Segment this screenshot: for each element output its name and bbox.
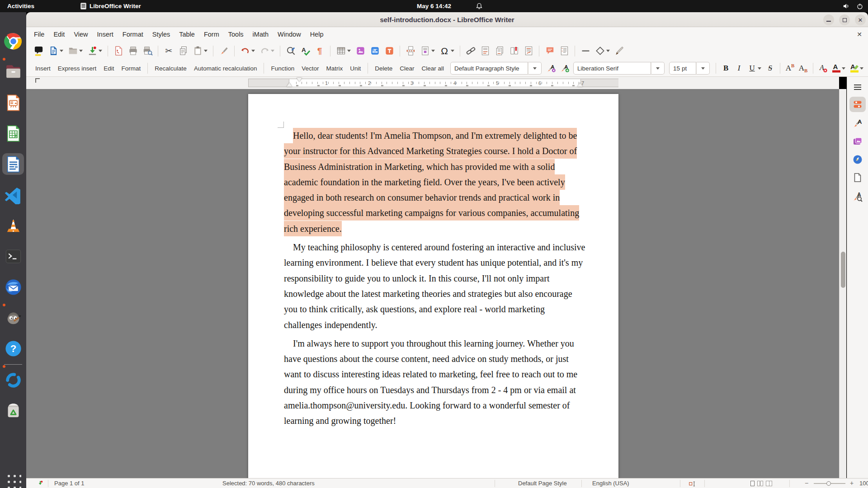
paste-dropdown[interactable]: [204, 50, 208, 52]
clear-formatting-icon[interactable]: A: [816, 62, 830, 75]
font-color-button[interactable]: A: [830, 62, 843, 75]
insert-cross-reference-icon[interactable]: [521, 44, 536, 58]
single-page-view-icon[interactable]: [750, 481, 755, 486]
dock-vscode[interactable]: [2, 184, 24, 206]
dock-thunderbird[interactable]: [2, 276, 24, 298]
dock-app-grid[interactable]: [5, 472, 21, 488]
paragraph[interactable]: I'm always here to support you throughou…: [284, 336, 584, 429]
menu-view[interactable]: View: [69, 29, 92, 40]
imath-unit-button[interactable]: Unit: [346, 63, 364, 74]
imath-format-button[interactable]: Format: [118, 63, 145, 74]
track-changes-icon[interactable]: [557, 44, 571, 58]
font-size-dropdown[interactable]: [696, 62, 710, 75]
imath-express-insert-button[interactable]: Express insert: [54, 63, 100, 74]
zoom-in-button[interactable]: +: [850, 479, 854, 487]
dock-vlc[interactable]: [2, 215, 24, 236]
menu-insert[interactable]: Insert: [93, 29, 118, 40]
export-pdf-icon[interactable]: [111, 44, 126, 58]
find-replace-icon[interactable]: [283, 44, 298, 58]
notification-bell-icon[interactable]: [476, 2, 483, 11]
menu-window[interactable]: Window: [273, 29, 306, 40]
draw-functions-icon[interactable]: [612, 44, 627, 58]
imath-delete-button[interactable]: Delete: [371, 63, 396, 74]
highlight-color-button[interactable]: A: [848, 62, 861, 75]
formatting-marks-icon[interactable]: ¶: [312, 44, 327, 58]
paragraph-style-combobox[interactable]: Default Paragraph Style: [450, 62, 528, 75]
new-style-icon[interactable]: A: [558, 61, 571, 75]
menu-table[interactable]: Table: [175, 29, 199, 40]
left-indent-marker[interactable]: [287, 83, 292, 87]
dock-terminal[interactable]: [2, 245, 24, 267]
dock-libreoffice-writer[interactable]: [2, 153, 24, 175]
insert-bookmark-icon[interactable]: [507, 44, 521, 58]
dock-libreoffice-calc[interactable]: [2, 122, 24, 144]
save-dropdown[interactable]: [99, 50, 102, 52]
print-preview-icon[interactable]: [140, 44, 155, 58]
imath-clear-all-button[interactable]: Clear all: [418, 63, 448, 74]
close-document-icon[interactable]: ✕: [854, 29, 864, 39]
insert-table-dropdown[interactable]: [347, 50, 351, 52]
save-icon[interactable]: [85, 44, 99, 58]
font-size-combobox[interactable]: 15 pt: [669, 62, 696, 75]
open-icon[interactable]: [66, 44, 80, 58]
menu-styles[interactable]: Styles: [148, 29, 175, 40]
zoom-slider[interactable]: [814, 483, 845, 484]
underline-button[interactable]: U: [745, 62, 759, 75]
insert-page-break-icon[interactable]: [403, 44, 418, 58]
insert-textbox-icon[interactable]: [382, 44, 396, 58]
imath-recalculate-button[interactable]: Recalculate: [151, 63, 190, 74]
insert-comment-icon[interactable]: [542, 44, 557, 58]
insert-chart-icon[interactable]: [368, 44, 382, 58]
imath-insert-button[interactable]: Insert: [32, 63, 54, 74]
cut-icon[interactable]: ✂: [161, 44, 176, 58]
minimize-button[interactable]: [823, 14, 834, 25]
clock-menu[interactable]: May 6 14:42: [417, 3, 451, 9]
new-document-icon[interactable]: [46, 44, 61, 58]
special-character-icon[interactable]: Ω: [437, 44, 452, 58]
multi-page-view-icon[interactable]: [757, 481, 763, 486]
tab-stop-selector[interactable]: [35, 78, 40, 83]
paste-icon[interactable]: [190, 44, 205, 58]
styles-icon[interactable]: A: [849, 116, 866, 131]
maximize-button[interactable]: [839, 14, 850, 25]
redo-icon[interactable]: [257, 44, 272, 58]
language-field[interactable]: English (USA): [592, 479, 629, 488]
redo-dropdown[interactable]: [271, 50, 274, 52]
basic-shapes-icon[interactable]: [593, 44, 607, 58]
dock-help[interactable]: ?: [2, 338, 24, 359]
document-page[interactable]: Hello, dear students! I'm Amelia Thompso…: [248, 94, 618, 478]
strikethrough-button[interactable]: S: [764, 62, 777, 75]
insert-field-dropdown[interactable]: [431, 50, 435, 52]
gallery-icon[interactable]: [849, 134, 866, 149]
menu-file[interactable]: File: [29, 29, 49, 40]
selection-mode-icon[interactable]: [689, 480, 698, 488]
activities-button[interactable]: Activities: [0, 3, 42, 9]
power-icon[interactable]: [856, 3, 863, 10]
focused-app-menu[interactable]: LibreOffice Writer: [80, 3, 141, 9]
bold-button[interactable]: B: [719, 62, 732, 75]
basic-shapes-dropdown[interactable]: [606, 50, 610, 52]
right-indent-marker[interactable]: [577, 83, 583, 87]
open-dropdown[interactable]: [79, 50, 83, 52]
sidebar-settings-icon[interactable]: [849, 80, 866, 95]
book-view-icon[interactable]: [766, 481, 772, 486]
copy-icon[interactable]: [176, 44, 190, 58]
menu-imath[interactable]: iMath: [248, 29, 273, 40]
document-viewport[interactable]: Hello, dear students! I'm Amelia Thompso…: [26, 89, 839, 478]
paragraph-style-dropdown[interactable]: [528, 62, 542, 75]
zoom-percent-field[interactable]: 100%: [859, 479, 868, 488]
font-name-combobox[interactable]: Liberation Serif: [573, 62, 651, 75]
page-style-field[interactable]: Default Page Style: [518, 479, 567, 488]
italic-button[interactable]: I: [732, 62, 745, 75]
insert-endnote-icon[interactable]: [492, 44, 507, 58]
vertical-scrollbar[interactable]: [839, 89, 846, 478]
dock-trash[interactable]: [2, 400, 24, 422]
spelling-icon[interactable]: A: [298, 44, 312, 58]
undo-icon[interactable]: [238, 44, 252, 58]
imath-edit-button[interactable]: Edit: [100, 63, 118, 74]
imath-matrix-button[interactable]: Matrix: [323, 63, 347, 74]
insert-hyperlink-icon[interactable]: [463, 44, 478, 58]
subscript-button[interactable]: AB: [797, 62, 810, 75]
word-count-field[interactable]: Selected: 70 words, 480 characters: [222, 479, 315, 488]
menu-edit[interactable]: Edit: [49, 29, 69, 40]
